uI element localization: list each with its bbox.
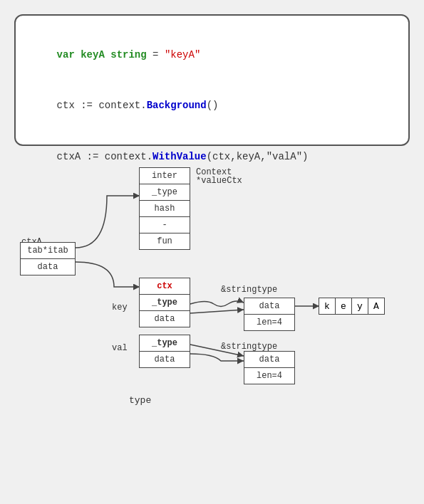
diagram-area: ctxA tab*itab data Context *valueCtx int… bbox=[0, 160, 424, 502]
ctxa-box: tab*itab data bbox=[20, 242, 76, 275]
keya-chars-box: k e y A bbox=[319, 298, 396, 315]
char-y: y bbox=[351, 298, 368, 315]
ctx-paren: () bbox=[207, 100, 219, 111]
val-box: _type data bbox=[139, 335, 190, 368]
stringtype-val-label: &stringtype bbox=[221, 342, 277, 352]
key-string-val: "keyA" bbox=[165, 49, 200, 61]
type-detection-label: type bbox=[129, 395, 151, 406]
str-key-len: len=4 bbox=[244, 315, 294, 330]
context-inter: inter bbox=[140, 168, 190, 184]
code-line-1: var keyA string = "keyA" bbox=[33, 30, 391, 80]
context-box: inter _type hash - fun bbox=[139, 167, 190, 250]
ctx-inner-box: ctx bbox=[139, 278, 190, 295]
ctx-label-cell: ctx bbox=[140, 278, 190, 294]
code-assign: = bbox=[147, 49, 165, 61]
key-box: _type data bbox=[139, 294, 190, 327]
stringtype-key-label: &stringtype bbox=[221, 285, 277, 295]
code-line-2: ctx := context.Background() bbox=[33, 80, 391, 131]
context-type: _type bbox=[140, 184, 190, 201]
context-dash: - bbox=[140, 217, 190, 233]
val-label: val bbox=[112, 343, 128, 353]
key-type-cell: _type bbox=[140, 295, 190, 311]
arrows-svg bbox=[0, 160, 424, 502]
char-e: e bbox=[335, 298, 352, 315]
str-val-data: data bbox=[244, 352, 294, 368]
ctx-assign: ctx := context. bbox=[57, 100, 147, 111]
ctxa-tab-cell: tab*itab bbox=[21, 243, 75, 259]
context-fun: fun bbox=[140, 233, 190, 249]
valuectx-label: *valueCtx bbox=[196, 176, 242, 186]
type-keyword: string bbox=[110, 49, 146, 61]
background-method: Background bbox=[147, 100, 207, 111]
code-box: var keyA string = "keyA" ctx := context.… bbox=[14, 14, 410, 146]
var-keyword: var keyA bbox=[57, 49, 111, 61]
val-type-cell: _type bbox=[140, 335, 190, 352]
str-key-data: data bbox=[244, 298, 294, 315]
char-a: A bbox=[368, 298, 385, 315]
str-val-len: len=4 bbox=[244, 368, 294, 384]
context-hash: hash bbox=[140, 201, 190, 217]
ctxa-data-cell: data bbox=[21, 259, 75, 275]
val-data-cell: data bbox=[140, 352, 190, 367]
char-k: k bbox=[319, 298, 336, 315]
key-label: key bbox=[112, 303, 128, 313]
str-val-box: data len=4 bbox=[244, 351, 295, 384]
key-data-cell: data bbox=[140, 311, 190, 327]
str-key-box: data len=4 bbox=[244, 298, 295, 331]
